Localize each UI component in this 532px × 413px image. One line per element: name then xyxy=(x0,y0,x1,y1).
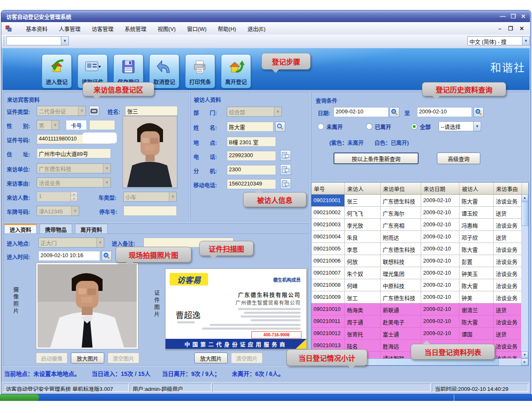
table-cell[interactable]: 朱个奴 xyxy=(345,267,381,279)
table-cell[interactable]: 洽谈业务 xyxy=(494,340,522,352)
table-cell[interactable]: 洽谈业务 xyxy=(494,255,522,267)
table-cell[interactable]: 周于通 xyxy=(345,315,381,328)
enter-register-button[interactable]: 进入登记 xyxy=(42,54,72,88)
host-search-button[interactable] xyxy=(275,122,285,132)
start-button-fragment[interactable] xyxy=(0,394,39,401)
table-cell[interactable]: 2009-02-10 xyxy=(421,255,459,267)
table-cell[interactable]: 广东亮相 xyxy=(381,219,421,231)
phone-sms-button[interactable] xyxy=(280,150,291,161)
table-cell[interactable]: 赴美电子 xyxy=(381,315,421,328)
table-cell[interactable]: 陈大雷 xyxy=(459,195,494,207)
mdi-close-button[interactable]: ✕ xyxy=(519,25,524,32)
table-cell[interactable]: 中原科技 xyxy=(381,279,421,291)
table-cell[interactable]: 090210003 xyxy=(311,219,345,231)
table-cell[interactable]: 广东海尔 xyxy=(381,207,421,219)
date-to-picker-button[interactable] xyxy=(474,107,484,117)
column-header[interactable]: 来访日期 xyxy=(421,183,459,194)
table-row[interactable]: 090210003李光放广东亮相2009-02-10冯惠梅洽谈业务 xyxy=(311,219,528,231)
table-cell[interactable]: 090210011 xyxy=(311,315,345,328)
table-cell[interactable]: 洽谈业务 xyxy=(494,291,522,303)
table-cell[interactable]: 2009-02-10 xyxy=(421,243,459,255)
table-cell[interactable]: 2009-02-10 xyxy=(421,291,459,303)
chevron-down-icon[interactable]: ▼ xyxy=(522,37,529,45)
table-cell[interactable]: 洽谈业务 xyxy=(494,315,522,328)
query-filter-select[interactable]: --请选择▼ xyxy=(439,121,481,131)
menu-item-system[interactable]: 系统管理 xyxy=(125,25,146,33)
print-slip-button[interactable]: 打印凭条 xyxy=(185,54,215,88)
column-header[interactable]: 单号 xyxy=(311,183,345,194)
table-cell[interactable]: 090210012 xyxy=(311,328,345,340)
table-cell[interactable]: 2009-02-10 xyxy=(421,195,459,207)
menu-item-basic[interactable]: 基本资料 xyxy=(26,25,48,33)
visitor-name-field[interactable]: 张三 xyxy=(125,106,178,116)
table-cell[interactable]: 090210010 xyxy=(311,303,345,315)
table-cell[interactable]: 洽谈业务 xyxy=(494,219,522,231)
table-cell[interactable]: 张寄托 xyxy=(345,328,381,340)
card-reader-button[interactable] xyxy=(89,106,99,116)
minimize-button[interactable]: — xyxy=(500,13,506,20)
table-cell[interactable]: 广东德生科技 xyxy=(381,291,421,303)
table-cell[interactable]: 杨海类 xyxy=(345,303,381,315)
table-cell[interactable]: 冯惠梅 xyxy=(459,219,494,231)
table-cell[interactable]: 钟美 xyxy=(459,291,494,303)
menu-item-visitor[interactable]: 访客管理 xyxy=(92,25,113,33)
table-cell[interactable]: 李思 xyxy=(345,243,381,255)
table-cell[interactable]: 联想科技 xyxy=(381,255,421,267)
table-cell[interactable]: 洽谈业务 xyxy=(494,243,522,255)
mobile-sms-button[interactable] xyxy=(280,178,291,189)
table-cell[interactable]: 090210008 xyxy=(311,279,345,291)
host-name-field[interactable]: 陈大雷 xyxy=(227,122,274,132)
parking-no-field[interactable] xyxy=(123,206,177,216)
radio-selected-icon[interactable] xyxy=(411,123,417,130)
table-row[interactable]: 090210004朱良附而达2009-02-10邓子欣送货 xyxy=(311,231,528,243)
column-header[interactable]: 来访事由 xyxy=(494,183,522,194)
table-cell[interactable]: 广东德生科技 xyxy=(381,195,421,207)
table-cell[interactable]: 广东德生科技 xyxy=(381,243,421,255)
table-cell[interactable]: 富士通 xyxy=(381,328,421,340)
card-number-field[interactable] xyxy=(89,120,115,130)
advanced-query-button[interactable]: 高级查询 xyxy=(437,153,480,164)
table-cell[interactable]: 090210007 xyxy=(311,267,345,279)
table-cell[interactable]: 李光放 xyxy=(345,219,381,231)
table-cell[interactable]: 附而达 xyxy=(381,231,421,243)
table-cell[interactable]: 2009-02-10 xyxy=(421,279,459,291)
table-row[interactable]: 090210011周于通赴美电子2009-02-10陈大雷洽谈业务 xyxy=(311,315,528,328)
table-cell[interactable]: 陈大雷 xyxy=(459,315,494,328)
table-cell[interactable]: 送货 xyxy=(494,207,522,219)
table-cell[interactable]: 谭玉姣 xyxy=(459,207,494,219)
menu-item-hr[interactable]: 人事管理 xyxy=(59,25,80,33)
ext-sms-button[interactable] xyxy=(280,164,291,175)
column-header[interactable]: 来访单位 xyxy=(381,183,421,194)
table-cell[interactable]: 洽谈业务 xyxy=(494,279,522,291)
language-selector[interactable]: 中文 (简体) - 搜 ▼ xyxy=(467,36,530,45)
chevron-down-icon[interactable]: ▼ xyxy=(61,37,68,45)
requery-button[interactable]: 按以上条件重新查询 xyxy=(334,153,419,164)
table-cell[interactable]: 2009-02-10 xyxy=(421,315,459,328)
table-row[interactable]: 090210012张寄托富士通2009-02-10谭国送货 xyxy=(311,328,528,340)
table-cell[interactable]: 090210009 xyxy=(311,291,345,303)
restore-button[interactable]: ❐ xyxy=(511,13,516,20)
table-cell[interactable]: 谭国 xyxy=(459,328,494,340)
table-cell[interactable]: 彭置 xyxy=(459,255,494,267)
table-cell[interactable]: 2009-02-10 xyxy=(421,267,459,279)
table-cell[interactable]: 送货 xyxy=(494,231,522,243)
table-cell[interactable]: 090210006 xyxy=(311,255,345,267)
table-row[interactable]: 090210007朱个奴理光集团2009-02-10钟美玉洽谈业务 xyxy=(311,267,528,279)
radio-icon[interactable] xyxy=(318,123,324,130)
table-row[interactable]: 090210005李思广东德生科技2009-02-10陈大雷洽谈业务 xyxy=(311,243,528,255)
host-location-field[interactable]: B幢 2301 室 xyxy=(227,137,276,147)
table-cell[interactable]: 钟美玉 xyxy=(459,267,494,279)
scroll-up-icon[interactable]: ▲ xyxy=(521,194,528,201)
table-cell[interactable]: 2009-02-10 xyxy=(421,207,459,219)
table-cell[interactable]: 何放 xyxy=(345,255,381,267)
menu-item-help[interactable]: 帮助(H) xyxy=(218,25,236,33)
toolbar-combobox[interactable]: ▼ xyxy=(6,36,69,45)
radio-all[interactable]: 全部 xyxy=(411,123,431,130)
menu-item-window[interactable]: 窗口(W) xyxy=(187,25,206,33)
column-header[interactable]: 来访人 xyxy=(345,183,381,194)
host-phone-field[interactable]: 22992300 xyxy=(227,151,276,161)
table-row[interactable]: 090210006何放联想科技2009-02-10彭置洽谈业务 xyxy=(311,255,528,267)
tab-entry-info[interactable]: 进入资料 xyxy=(4,224,37,234)
table-cell[interactable]: 090210004 xyxy=(311,231,345,243)
radio-left[interactable]: 已离开 xyxy=(366,123,391,130)
